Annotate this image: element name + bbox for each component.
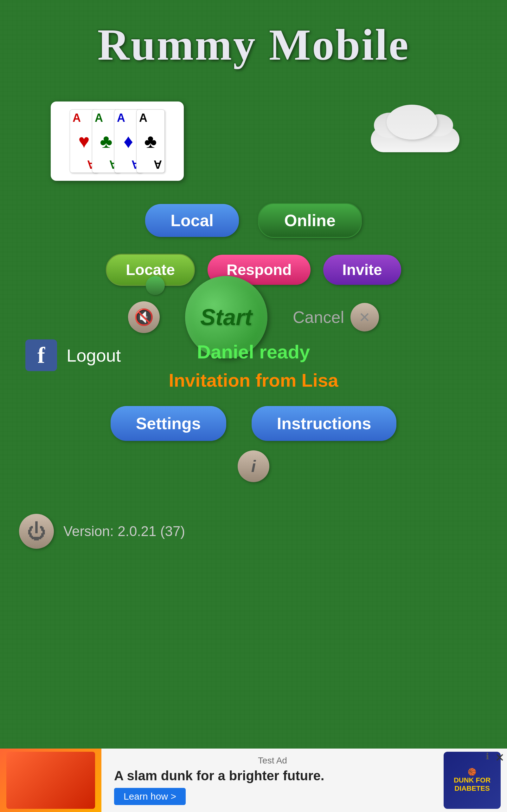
cancel-x-icon: ✕ [359, 309, 371, 325]
cloud-decoration [371, 108, 459, 152]
card-2-rank: A [95, 112, 103, 124]
small-dot [146, 276, 165, 295]
card-2-suit: ♣ [100, 131, 112, 152]
ad-info-icon: ℹ [486, 751, 489, 762]
buttons-section: Local Online Locate Respond Invite [0, 203, 507, 286]
start-label: Start [200, 304, 252, 330]
daniel-ready-status: Daniel ready [0, 341, 507, 363]
ad-logo-text: 🏀DUNK FORDIABETES [454, 768, 491, 793]
power-button[interactable]: ⏻ [19, 514, 54, 549]
version-label: Version: 2.0.21 (37) [63, 523, 185, 539]
card-1-rank: A [72, 112, 81, 124]
card-4-rank-bottom: A [154, 159, 162, 170]
card-3-rank: A [117, 112, 125, 124]
card-4-suit: ♣ [144, 131, 157, 152]
ad-headline: A slam dunk for a brighter future. [114, 768, 431, 783]
cards-display: A ♥ A A ♣ A A ♦ A A ♣ A [51, 101, 184, 181]
power-area: ⏻ Version: 2.0.21 (37) [19, 514, 185, 549]
card-3-suit: ♦ [124, 131, 133, 152]
ad-cta-button[interactable]: Learn how > [114, 788, 186, 805]
invitation-status: Invitation from Lisa [0, 369, 507, 391]
ad-logo: 🏀DUNK FORDIABETES [444, 752, 501, 809]
ad-test-label: Test Ad [114, 756, 431, 766]
instructions-button[interactable]: Instructions [251, 406, 397, 441]
card-4: A ♣ A [136, 109, 165, 173]
card-4-rank: A [139, 112, 147, 124]
app-title: Rummy Mobile [0, 0, 507, 70]
cancel-button[interactable]: ✕ [350, 303, 379, 332]
info-button[interactable]: i [238, 450, 269, 482]
power-icon: ⏻ [27, 520, 46, 542]
cancel-label: Cancel [293, 308, 344, 327]
settings-button[interactable]: Settings [111, 406, 226, 441]
cancel-area: Cancel ✕ [293, 303, 379, 332]
mute-icon: 🔇 [134, 308, 154, 326]
ad-close-button[interactable]: ✕ [495, 751, 504, 764]
ad-image [0, 749, 101, 812]
ad-content: Test Ad A slam dunk for a brighter futur… [101, 749, 444, 811]
info-icon: i [251, 457, 256, 476]
mode-buttons-row: Local Online [145, 203, 362, 238]
online-button[interactable]: Online [258, 203, 362, 238]
ad-banner: Test Ad A slam dunk for a brighter futur… [0, 749, 507, 812]
local-button[interactable]: Local [145, 204, 239, 237]
card-1-suit: ♥ [78, 131, 90, 152]
bottom-buttons: Settings Instructions [0, 406, 507, 441]
mute-button[interactable]: 🔇 [128, 301, 160, 333]
